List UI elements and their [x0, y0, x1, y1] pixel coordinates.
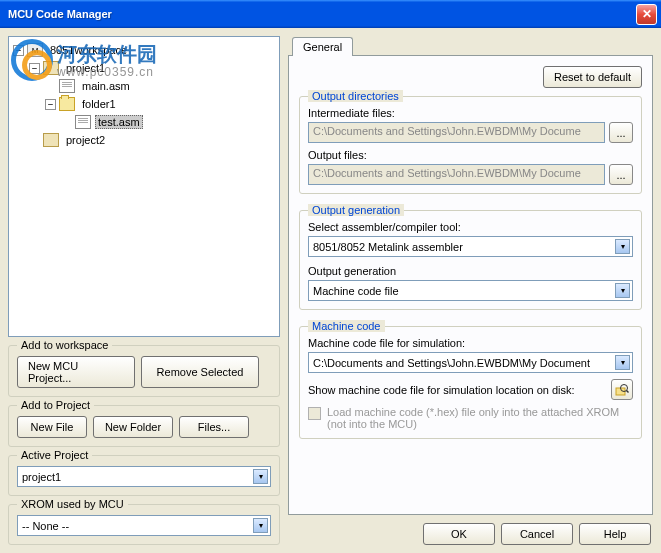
new-folder-button[interactable]: New Folder — [93, 416, 173, 438]
close-button[interactable]: ✕ — [636, 4, 657, 25]
magnifier-folder-icon — [615, 383, 629, 397]
browse-intermediate-button[interactable]: ... — [609, 122, 633, 143]
load-machine-code-checkbox: Load machine code (*.hex) file only into… — [308, 406, 633, 430]
active-project-group: Active Project project1 ▾ — [8, 455, 280, 496]
tab-strip: General — [292, 36, 653, 55]
add-to-workspace-group: Add to workspace New MCU Project... Remo… — [8, 345, 280, 397]
general-panel: Reset to default Output directories Inte… — [288, 55, 653, 515]
show-location-label: Show machine code file for simulation lo… — [308, 384, 575, 396]
show-location-button[interactable] — [611, 379, 633, 400]
dialog-footer: OK Cancel Help — [288, 515, 653, 545]
browse-output-button[interactable]: ... — [609, 164, 633, 185]
tree-test-asm[interactable]: test.asm — [13, 113, 275, 131]
tree-project1[interactable]: − project1 — [13, 59, 275, 77]
intermediate-files-input: C:\Documents and Settings\John.EWBDM\My … — [308, 122, 605, 143]
output-generation-select[interactable]: Machine code file ▾ — [308, 280, 633, 301]
tree-project2[interactable]: project2 — [13, 131, 275, 149]
checkbox-icon — [308, 407, 321, 420]
window-title: MCU Code Manager — [4, 8, 636, 20]
right-column: General Reset to default Output director… — [288, 36, 653, 545]
files-button[interactable]: Files... — [179, 416, 249, 438]
xrom-select[interactable]: -- None -- ▾ — [17, 515, 271, 536]
machine-code-file-select[interactable]: C:\Documents and Settings\John.EWBDM\My … — [308, 352, 633, 373]
tree-root-workspace[interactable]: − M 8051workspace — [13, 41, 275, 59]
chevron-down-icon: ▾ — [615, 283, 630, 298]
xrom-group: XROM used by MCU -- None -- ▾ — [8, 504, 280, 545]
chevron-down-icon: ▾ — [253, 469, 268, 484]
project-icon — [43, 133, 59, 147]
reset-to-default-button[interactable]: Reset to default — [543, 66, 642, 88]
active-project-select[interactable]: project1 ▾ — [17, 466, 271, 487]
output-generation-label: Output generation — [308, 265, 633, 277]
tree-folder1[interactable]: − folder1 — [13, 95, 275, 113]
output-directories-group: Output directories Intermediate files: C… — [299, 96, 642, 194]
machine-code-file-label: Machine code file for simulation: — [308, 337, 633, 349]
help-button[interactable]: Help — [579, 523, 651, 545]
project-icon — [43, 61, 59, 75]
ok-button[interactable]: OK — [423, 523, 495, 545]
assembler-select[interactable]: 8051/8052 Metalink assembler ▾ — [308, 236, 633, 257]
remove-selected-button[interactable]: Remove Selected — [141, 356, 259, 388]
chevron-down-icon: ▾ — [253, 518, 268, 533]
project-tree[interactable]: 河东软件园 www.pc0359.cn − M 8051workspace − … — [8, 36, 280, 337]
folder-open-icon — [59, 97, 75, 111]
collapse-icon[interactable]: − — [29, 63, 40, 74]
file-icon — [75, 115, 91, 129]
left-column: 河东软件园 www.pc0359.cn − M 8051workspace − … — [8, 36, 280, 545]
tree-main-asm[interactable]: main.asm — [13, 77, 275, 95]
collapse-icon[interactable]: − — [13, 45, 24, 56]
collapse-icon[interactable]: − — [45, 99, 56, 110]
intermediate-files-label: Intermediate files: — [308, 107, 633, 119]
new-mcu-project-button[interactable]: New MCU Project... — [17, 356, 135, 388]
tab-general[interactable]: General — [292, 37, 353, 56]
output-generation-group: Output generation Select assembler/compi… — [299, 210, 642, 310]
output-files-input: C:\Documents and Settings\John.EWBDM\My … — [308, 164, 605, 185]
file-icon — [59, 79, 75, 93]
machine-code-group: Machine code Machine code file for simul… — [299, 326, 642, 439]
output-files-label: Output files: — [308, 149, 633, 161]
title-bar: MCU Code Manager ✕ — [0, 0, 661, 28]
chevron-down-icon: ▾ — [615, 355, 630, 370]
workspace-icon: M — [27, 43, 43, 57]
svg-line-2 — [627, 390, 629, 392]
cancel-button[interactable]: Cancel — [501, 523, 573, 545]
dialog-content: 河东软件园 www.pc0359.cn − M 8051workspace − … — [0, 28, 661, 553]
new-file-button[interactable]: New File — [17, 416, 87, 438]
assembler-select-label: Select assembler/compiler tool: — [308, 221, 633, 233]
add-to-project-group: Add to Project New File New Folder Files… — [8, 405, 280, 447]
chevron-down-icon: ▾ — [615, 239, 630, 254]
